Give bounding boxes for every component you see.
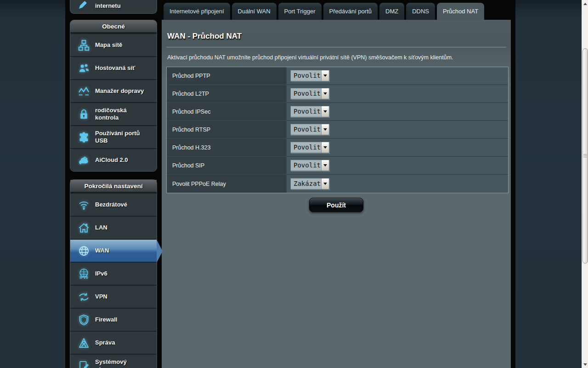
setting-row-h323: Průchod H.323 Povolit — [167, 139, 508, 157]
sidebar-item-lan[interactable]: LAN — [70, 216, 157, 239]
setting-value-cell: Povolit — [286, 103, 508, 120]
scroll-down-button[interactable] — [582, 361, 588, 368]
sidebar-item-label: Bezdrátové — [95, 201, 127, 208]
select-value: Zakázat — [291, 178, 321, 189]
tab-dual-wan[interactable]: Duální WAN — [232, 3, 277, 20]
sidebar-item-aicloud[interactable]: AiCloud 2.0 — [70, 148, 157, 171]
wan-tab-bar: Internetové připojení Duální WAN Port Tr… — [162, 0, 511, 20]
guest-network-icon — [77, 62, 90, 75]
sidebar-item-traffic-manager[interactable]: Manažer dopravy — [70, 79, 157, 102]
setting-value-cell: Povolit — [286, 67, 508, 84]
setting-value-cell: Povolit — [286, 139, 508, 156]
sidebar-section-title: Obecné — [70, 20, 157, 33]
traffic-manager-icon — [77, 85, 90, 98]
select-value: Povolit — [291, 106, 321, 117]
sidebar-item-label: rodičovská kontrola — [95, 107, 149, 121]
tab-internet-connection[interactable]: Internetové připojení — [164, 3, 230, 20]
wan-globe-icon — [77, 245, 90, 257]
l2tp-passthrough-select[interactable]: Povolit — [290, 88, 329, 99]
scrollbar-thumb[interactable] — [582, 48, 588, 264]
sidebar-item-firewall[interactable]: Firewall — [70, 308, 157, 331]
sidebar-item-administration[interactable]: Správa — [70, 331, 157, 354]
setting-row-pptp: Průchod PPTP Povolit — [167, 67, 508, 85]
triangle-down-icon — [583, 363, 587, 366]
lan-icon — [77, 222, 90, 234]
aicloud-icon — [77, 154, 90, 167]
wireless-icon — [77, 199, 90, 211]
tab-ddns[interactable]: DDNS — [406, 3, 435, 20]
tab-port-forwarding[interactable]: Předávání portů — [323, 3, 378, 20]
sidebar-item-label: Manažer dopravy — [95, 87, 144, 95]
page-description: Aktivací průchodu NAT umožníte průchod p… — [167, 54, 502, 61]
setting-row-pppoe-relay: Povolit PPPoE Relay Zakázat — [167, 175, 508, 193]
system-log-icon — [77, 360, 90, 368]
sidebar-item-guest-network[interactable]: Hostovaná síť — [70, 56, 157, 79]
select-value: Povolit — [291, 124, 321, 135]
sidebar-section-general: Obecné Mapa sítě Hostovaná síť — [70, 20, 157, 172]
sidebar-item-usb-application[interactable]: Používání portů USB — [70, 125, 157, 148]
chevron-down-icon[interactable] — [321, 178, 329, 189]
page-background: internetu Obecné Mapa sítě Ho — [0, 0, 588, 368]
chevron-down-icon[interactable] — [321, 124, 329, 135]
tab-port-trigger[interactable]: Port Trigger — [278, 3, 322, 20]
sidebar-item-label: internetu — [95, 2, 121, 10]
select-value: Povolit — [291, 88, 321, 99]
setting-label: Průchod RTSP — [167, 121, 286, 138]
chevron-down-icon[interactable] — [321, 142, 329, 153]
sidebar-item-wan[interactable]: WAN — [70, 239, 157, 262]
setting-label: Průchod IPSec — [167, 103, 286, 120]
sidebar-item-wireless[interactable]: Bezdrátové — [70, 193, 157, 216]
sidebar-item-quick-internet-setup[interactable]: internetu — [70, 0, 157, 14]
rtsp-passthrough-select[interactable]: Povolit — [290, 124, 329, 135]
vpn-arrows-icon — [77, 291, 90, 303]
sidebar-item-label: Firewall — [95, 316, 117, 323]
setting-label: Průchod PPTP — [167, 67, 286, 84]
triangle-up-icon — [583, 3, 587, 5]
sidebar-item-label: VPN — [95, 293, 107, 300]
apply-button[interactable]: Použít — [309, 198, 363, 212]
chevron-down-icon[interactable] — [321, 106, 329, 117]
sidebar-section-advanced: Pokročilá nastavení Bezdrátové LAN — [70, 179, 157, 368]
setting-value-cell: Zakázat — [286, 175, 508, 193]
select-value: Povolit — [291, 70, 321, 81]
pppoe-relay-select[interactable]: Zakázat — [290, 178, 329, 190]
svg-text:IPv6: IPv6 — [79, 275, 88, 280]
sidebar-item-label: Používání portů USB — [95, 130, 149, 144]
select-value: Povolit — [291, 142, 321, 153]
select-value: Povolit — [291, 160, 321, 171]
selected-arrow-icon — [157, 240, 163, 263]
sidebar-item-label: Hostovaná síť — [95, 64, 135, 72]
sidebar-section-title: Pokročilá nastavení — [70, 180, 157, 193]
setting-label: Povolit PPPoE Relay — [167, 175, 286, 193]
chevron-down-icon[interactable] — [321, 160, 329, 171]
setting-value-cell: Povolit — [286, 157, 508, 174]
ipsec-passthrough-select[interactable]: Povolit — [290, 106, 329, 117]
setting-row-rtsp: Průchod RTSP Povolit — [167, 121, 508, 139]
setting-value-cell: Povolit — [286, 85, 508, 102]
sidebar-item-label: WAN — [95, 247, 109, 254]
setting-row-ipsec: Průchod IPSec Povolit — [167, 103, 508, 121]
sidebar: internetu Obecné Mapa sítě Ho — [70, 0, 157, 368]
sidebar-item-vpn[interactable]: VPN — [70, 285, 157, 308]
sidebar-item-ipv6[interactable]: IPv6 IPv6 — [70, 262, 157, 285]
pptp-passthrough-select[interactable]: Povolit — [290, 70, 329, 81]
h323-passthrough-select[interactable]: Povolit — [290, 142, 329, 153]
sidebar-item-network-map[interactable]: Mapa sítě — [70, 33, 157, 56]
title-divider — [166, 47, 506, 47]
parental-controls-icon — [77, 108, 90, 121]
sidebar-item-system-log[interactable]: Systémový záznam — [70, 354, 157, 368]
setting-row-l2tp: Průchod L2TP Povolit — [167, 85, 508, 103]
chevron-down-icon[interactable] — [321, 88, 329, 99]
tab-nat-passthrough[interactable]: Průchod NAT — [437, 3, 484, 20]
scroll-up-button[interactable] — [582, 0, 588, 7]
scrollbar[interactable] — [582, 0, 588, 368]
sip-passthrough-select[interactable]: Povolit — [290, 160, 329, 171]
sidebar-item-label: LAN — [95, 224, 107, 231]
sidebar-item-parental-controls[interactable]: rodičovská kontrola — [70, 102, 157, 125]
tab-dmz[interactable]: DMZ — [379, 3, 404, 20]
sidebar-item-label: Správa — [95, 339, 115, 346]
sidebar-item-label: Mapa sítě — [95, 41, 122, 49]
page-title: WAN - Průchod NAT — [167, 32, 502, 41]
firewall-shield-icon — [77, 314, 90, 326]
chevron-down-icon[interactable] — [321, 70, 329, 81]
